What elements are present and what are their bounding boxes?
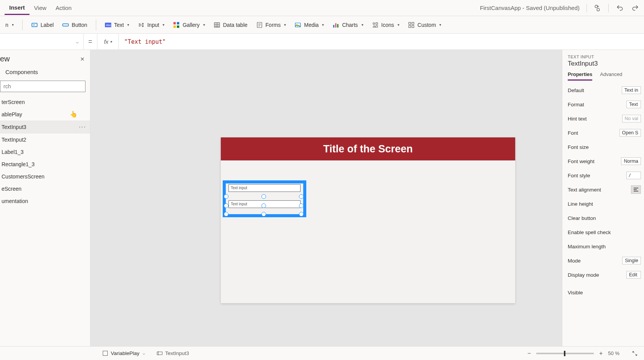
prop-fontstyle-value[interactable]: / [626,172,641,179]
property-selector[interactable]: ⌵ [0,34,84,50]
text-button[interactable]: Abc Text▾ [105,21,130,28]
new-screen-button[interactable]: n▾ [5,22,14,28]
close-icon[interactable]: ✕ [80,56,85,62]
textinput-control-1[interactable]: Text input [228,184,301,192]
tree-item-selected[interactable]: TextInput3··· [0,121,90,134]
search-input[interactable] [0,81,85,92]
zoom-thumb[interactable] [564,351,565,356]
advanced-tab[interactable]: Advanced [600,71,622,81]
tab-action[interactable]: Action [51,2,76,14]
zoom-in-button[interactable]: + [599,350,603,357]
charts-button[interactable]: Charts▾ [332,21,363,28]
breadcrumb-screen[interactable]: VariablePlay ⌵ [103,350,145,356]
prop-maxlen-label: Maximum length [568,244,606,249]
align-left-button[interactable] [631,185,641,194]
undo-icon[interactable] [616,4,624,12]
prop-default-label: Default [568,88,584,93]
zoom-out-button[interactable]: − [527,350,531,357]
canvas-area[interactable]: Title of the Screen Text input Text inpu… [90,50,562,346]
data-table-button[interactable]: Data table [214,21,248,28]
svg-point-0 [595,5,598,8]
tree-item[interactable]: eScreen [0,183,90,195]
tree-item-label: TextInput2 [2,137,26,143]
text-label: Text [114,22,124,28]
resize-handle[interactable] [261,194,266,199]
resize-handle[interactable] [299,203,304,208]
zoom-slider[interactable] [536,353,594,354]
prop-font-value[interactable]: Open S [619,129,641,137]
resize-handle[interactable] [224,212,228,216]
forms-icon [256,21,263,28]
svg-rect-23 [409,25,411,27]
svg-rect-22 [412,22,414,24]
svg-rect-9 [177,22,179,24]
formula-bar: ⌵ = fx▾ "Text input" [0,34,644,50]
redo-icon[interactable] [631,4,639,12]
resize-handle[interactable] [261,203,266,208]
gallery-button[interactable]: Gallery▾ [173,21,205,28]
properties-tab[interactable]: Properties [568,71,592,81]
tree-item-label: umentation [2,198,28,204]
label-text: Label [41,22,54,28]
custom-icon [408,21,415,28]
tree-view-tab-components[interactable]: Components [0,66,90,79]
formula-input[interactable]: "Text input" [119,38,644,45]
chevron-down-icon: ▾ [163,23,164,27]
tree-items: terScreen ablePlay TextInput3··· TextInp… [0,96,90,207]
chevron-down-icon: ▾ [284,23,286,27]
prop-lineheight-label: Line height [568,201,593,207]
chevron-down-icon: ▾ [361,23,363,27]
fx-button[interactable]: fx▾ [97,34,119,50]
tree-item[interactable]: Rectangle1_3 [0,158,90,170]
prop-default-value[interactable]: Text in [622,86,641,94]
prop-hint-value[interactable]: No val [622,115,641,122]
tree-item[interactable]: CustomersScreen [0,170,90,183]
charts-icon [332,21,339,28]
chevron-down-icon: ▾ [439,23,441,27]
prop-mode-value[interactable]: Single [622,257,641,264]
prop-display-value[interactable]: Edit [626,271,641,279]
resize-handle[interactable] [299,194,304,199]
button-text: Button [72,22,87,28]
separator [96,20,96,30]
tree-item[interactable]: umentation [0,195,90,207]
app-title: FirstCanvasApp - Saved (Unpublished) [480,5,586,11]
label-button[interactable]: Label [31,21,54,28]
prop-mode-label: Mode [568,258,581,264]
app-checker-icon[interactable] [593,4,601,12]
prop-format-value[interactable]: Text [626,101,641,108]
breadcrumb-screen-label: VariablePlay [111,350,140,356]
prop-clear-label: Clear button [568,215,596,221]
fit-to-window-icon[interactable] [632,350,638,357]
input-button[interactable]: Input▾ [138,21,164,28]
tree-item[interactable]: TextInput2 [0,134,90,146]
icons-button[interactable]: Icons▾ [372,21,399,28]
breadcrumb-control-label: TextInput3 [165,350,189,356]
resize-handle[interactable] [224,203,228,208]
charts-label: Charts [342,22,358,28]
tab-insert[interactable]: Insert [5,1,30,15]
custom-button[interactable]: Custom▾ [408,21,441,28]
app-screen[interactable]: Title of the Screen Text input Text inpu… [221,137,515,303]
control-name: TextInput3 [568,60,641,68]
tree-item-label: TextInput3 [2,124,26,130]
prop-spell-label: Enable spell check [568,230,611,235]
resize-handle[interactable] [261,212,266,216]
tree-item[interactable]: terScreen [0,96,90,108]
tree-search[interactable] [0,81,85,92]
svg-rect-8 [174,22,176,24]
svg-rect-10 [174,25,176,28]
tab-view[interactable]: View [30,2,51,14]
forms-button[interactable]: Forms▾ [256,21,286,28]
tree-item[interactable]: ablePlay [0,108,90,121]
tree-item[interactable]: Label1_3 [0,146,90,158]
button-button[interactable]: Button [62,21,87,28]
breadcrumb-control[interactable]: TextInput3 [157,350,189,356]
prop-fontstyle-label: Font style [568,173,590,178]
prop-fontweight-value[interactable]: Norma [621,157,641,165]
chevron-down-icon: ▾ [203,23,205,27]
resize-handle[interactable] [299,212,304,216]
more-icon[interactable]: ··· [79,124,86,130]
media-button[interactable]: Media▾ [294,21,324,28]
resize-handle[interactable] [224,194,228,199]
